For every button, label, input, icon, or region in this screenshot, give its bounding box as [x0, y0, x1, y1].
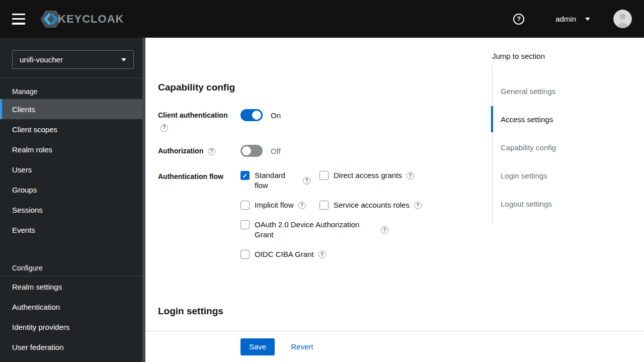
checkbox-label: OAuth 2.0 Device Authorization Grant	[255, 220, 373, 240]
checkbox-item-oidc-ciba-grant[interactable]: OIDC CIBA Grant ?	[240, 249, 477, 259]
checkbox-item-implicit-flow[interactable]: Implicit flow ?	[240, 200, 319, 210]
hamburger-menu-button[interactable]	[12, 14, 25, 25]
help-icon[interactable]: ?	[407, 172, 414, 179]
form-row-authorization: Authorization ? Off	[158, 145, 477, 157]
main-content: Capability config Client authentication …	[145, 38, 644, 362]
checkbox-label: Direct access grants	[334, 170, 402, 180]
toggle-state-label: On	[271, 111, 281, 120]
help-icon[interactable]: ?	[208, 148, 215, 155]
label-text: Client authentication	[158, 111, 227, 119]
hamburger-bar	[12, 18, 25, 20]
masthead-toolbar: ? admin	[513, 10, 632, 28]
save-button[interactable]: Save	[240, 338, 275, 355]
sidebar-item-client-scopes[interactable]: Client scopes	[0, 119, 145, 139]
sidebar-item-realm-roles[interactable]: Realm roles	[0, 139, 145, 159]
realm-selector-container: unifi-voucher	[0, 38, 145, 78]
sidebar-item-authentication[interactable]: Authentication	[0, 297, 145, 317]
authorization-control: Off	[240, 145, 477, 157]
content-scroll-area: Capability config Client authentication …	[145, 38, 644, 331]
help-icon[interactable]: ?	[303, 177, 310, 185]
jump-item-capability-config[interactable]: Capability config	[493, 133, 644, 161]
chevron-down-icon	[585, 18, 590, 21]
label-text: Authorization	[158, 147, 203, 155]
help-icon[interactable]: ?	[414, 202, 422, 209]
help-icon[interactable]: ?	[513, 14, 524, 25]
jump-panel-title: Jump to section	[492, 52, 644, 60]
nav-section-label-manage: Manage	[12, 87, 145, 96]
realm-name: unifi-voucher	[20, 55, 63, 64]
sidebar-scrollbar[interactable]	[142, 38, 145, 362]
checkbox-item-oauth-device-authorization-grant[interactable]: OAuth 2.0 Device Authorization Grant ?	[240, 220, 477, 240]
help-icon[interactable]: ?	[318, 251, 326, 258]
hamburger-bar	[12, 14, 25, 16]
section-title-capability-config: Capability config	[158, 82, 477, 93]
client-authentication-control: On	[240, 109, 477, 121]
chevron-down-icon	[121, 58, 126, 61]
checkbox-label: Standard flow	[255, 170, 295, 191]
checkbox-label: Implicit flow	[255, 200, 294, 210]
user-menu[interactable]: admin	[555, 15, 590, 23]
toggle-state-label: Off	[271, 147, 281, 155]
sidebar-item-events[interactable]: Events	[0, 220, 145, 240]
authentication-flow-options: ✓ Standard flow ? Direct access grants ?	[240, 170, 477, 259]
form-row-authentication-flow: Authentication flow ✓ Standard flow ? Di…	[158, 170, 477, 259]
nav-section-label-configure: Configure	[12, 264, 145, 272]
jump-list: General settings Access settings Capabil…	[492, 67, 644, 223]
help-icon[interactable]: ?	[160, 124, 168, 132]
authorization-toggle[interactable]	[240, 145, 263, 157]
user-avatar-icon	[613, 10, 632, 28]
help-icon[interactable]: ?	[298, 202, 306, 209]
avatar[interactable]	[613, 10, 632, 28]
sidebar-item-clients[interactable]: Clients	[0, 99, 145, 119]
jump-item-login-settings[interactable]: Login settings	[493, 161, 644, 190]
checkbox-item-service-accounts-roles[interactable]: Service accounts roles ?	[319, 200, 477, 210]
checkbox-label: Service accounts roles	[334, 200, 410, 210]
help-glyph: ?	[383, 227, 386, 233]
authorization-label: Authorization ?	[158, 145, 240, 157]
sidebar-item-user-federation[interactable]: User federation	[0, 337, 145, 357]
revert-button[interactable]: Revert	[291, 342, 313, 351]
jump-item-access-settings[interactable]: Access settings	[493, 105, 644, 133]
brand-name: KEYCLOAK	[58, 13, 124, 26]
capability-config-section: Capability config Client authentication …	[145, 38, 492, 331]
toggle-knob	[252, 111, 261, 120]
help-glyph: ?	[163, 122, 166, 134]
checkbox-unchecked[interactable]	[240, 220, 250, 229]
check-icon: ✓	[243, 172, 248, 179]
keycloak-logo[interactable]: KEYCLOAK	[40, 10, 124, 28]
client-authentication-label: Client authentication ?	[158, 109, 240, 133]
sidebar-item-users[interactable]: Users	[0, 159, 145, 179]
sidebar-item-sessions[interactable]: Sessions	[0, 200, 145, 220]
checkbox-item-standard-flow[interactable]: ✓ Standard flow ?	[240, 170, 319, 191]
section-title-login-settings: Login settings	[158, 306, 477, 317]
checkbox-unchecked[interactable]	[240, 201, 250, 210]
help-glyph: ?	[300, 203, 303, 208]
authentication-flow-label: Authentication flow	[158, 170, 240, 183]
help-glyph: ?	[320, 252, 324, 257]
sidebar-item-groups[interactable]: Groups	[0, 179, 145, 200]
help-glyph: ?	[409, 173, 412, 178]
client-authentication-toggle[interactable]	[240, 109, 263, 121]
help-glyph: ?	[305, 178, 308, 184]
checkbox-checked[interactable]: ✓	[240, 171, 250, 180]
sidebar: unifi-voucher Manage Clients Client scop…	[0, 38, 145, 362]
sidebar-item-realm-settings[interactable]: Realm settings	[0, 277, 145, 297]
help-glyph: ?	[517, 15, 521, 23]
page-body: unifi-voucher Manage Clients Client scop…	[0, 38, 644, 362]
form-action-bar: Save Revert	[145, 331, 644, 362]
keycloak-admin-console: KEYCLOAK ? admin unifi-	[0, 0, 644, 362]
checkbox-unchecked[interactable]	[319, 201, 329, 210]
jump-item-logout-settings[interactable]: Logout settings	[493, 190, 644, 218]
label-text: Authentication flow	[158, 172, 223, 180]
jump-item-general-settings[interactable]: General settings	[493, 77, 644, 105]
checkbox-item-direct-access-grants[interactable]: Direct access grants ?	[319, 170, 477, 180]
jump-to-section-panel: Jump to section General settings Access …	[492, 38, 644, 331]
sidebar-item-identity-providers[interactable]: Identity providers	[0, 317, 145, 337]
help-icon[interactable]: ?	[381, 226, 388, 234]
toggle-knob	[242, 146, 251, 155]
checkbox-unchecked[interactable]	[319, 171, 329, 180]
checkbox-unchecked[interactable]	[240, 250, 250, 259]
realm-selector[interactable]: unifi-voucher	[12, 50, 134, 69]
checkbox-label: OIDC CIBA Grant	[255, 249, 314, 259]
masthead: KEYCLOAK ? admin	[0, 0, 644, 38]
